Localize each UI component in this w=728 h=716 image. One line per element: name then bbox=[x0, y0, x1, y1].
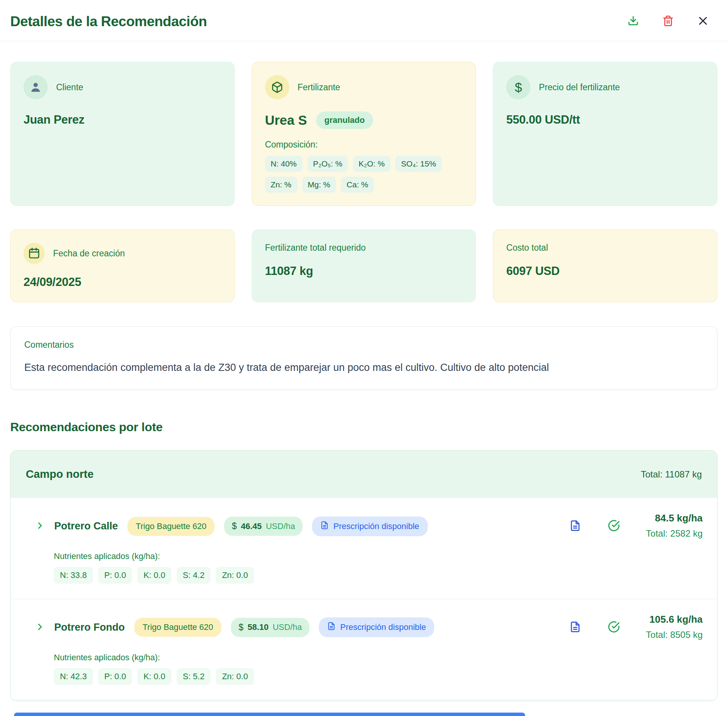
total-fertilizante-label: Fertilizante total requerido bbox=[265, 243, 463, 253]
check-circle-icon bbox=[608, 520, 620, 533]
lot-total: Total: 2582 kg bbox=[646, 527, 703, 540]
composition-chip: K₂O: % bbox=[353, 156, 391, 172]
mark-applied-button[interactable] bbox=[607, 520, 621, 533]
nutrient-chip: Zn: 0.0 bbox=[216, 668, 254, 685]
chevron-right-icon bbox=[35, 622, 44, 633]
mark-applied-button[interactable] bbox=[607, 620, 621, 634]
document-icon bbox=[570, 520, 581, 532]
package-icon bbox=[265, 75, 289, 99]
comments-text: Esta recomendación complementa a la de Z… bbox=[24, 361, 703, 374]
nutrient-chip: K: 0.0 bbox=[137, 668, 171, 685]
card-fecha: Fecha de creación 24/09/2025 bbox=[10, 229, 235, 302]
lot-row-potrero-calle: Potrero Calle Trigo Baguette 620 $ 46.45… bbox=[11, 498, 717, 599]
nutrient-chip: S: 5.2 bbox=[177, 668, 210, 685]
cliente-label: Cliente bbox=[56, 82, 83, 93]
composition-chip: Zn: % bbox=[265, 177, 297, 193]
field-total: Total: 11087 kg bbox=[641, 469, 702, 480]
close-button[interactable] bbox=[696, 14, 710, 28]
file-text-icon bbox=[320, 521, 329, 532]
crop-badge: Trigo Baguette 620 bbox=[134, 618, 221, 637]
view-prescription-button[interactable] bbox=[568, 620, 582, 634]
nutrient-chip: N: 42.3 bbox=[54, 668, 93, 685]
summary-cards: Cliente Juan Perez Fertilizante Urea S g… bbox=[0, 41, 728, 302]
calendar-icon bbox=[24, 243, 45, 264]
nutrient-chip: S: 4.2 bbox=[177, 567, 210, 584]
nutrient-chips: N: 42.3 P: 0.0 K: 0.0 S: 5.2 Zn: 0.0 bbox=[54, 668, 703, 685]
total-fertilizante-value: 11087 kg bbox=[265, 264, 463, 278]
costo-total-label: Costo total bbox=[506, 243, 704, 253]
fertilizante-name: Urea S bbox=[265, 113, 307, 128]
field-group-header: Campo norte Total: 11087 kg bbox=[11, 451, 717, 498]
fecha-value: 24/09/2025 bbox=[24, 275, 221, 289]
prescription-badge: Prescripción disponible bbox=[319, 617, 434, 637]
clipped-bottom-element bbox=[14, 713, 525, 716]
field-group-campo-norte: Campo norte Total: 11087 kg Potrero Call… bbox=[10, 450, 717, 700]
header-actions bbox=[626, 14, 715, 28]
lot-rate: 105.6 kg/ha bbox=[646, 614, 703, 625]
field-name: Campo norte bbox=[26, 468, 94, 480]
crop-badge: Trigo Baguette 620 bbox=[127, 517, 215, 536]
dollar-icon: $ bbox=[506, 75, 530, 99]
download-icon bbox=[628, 15, 639, 28]
card-precio: $ Precio del fertilizante 550.00 USD/tt bbox=[493, 62, 717, 206]
modal-header: Detalles de la Recomendación bbox=[0, 0, 728, 41]
download-button[interactable] bbox=[626, 14, 640, 28]
fertilizante-form-badge: granulado bbox=[316, 111, 373, 129]
fertilizante-label: Fertilizante bbox=[298, 82, 340, 93]
page-title: Detalles de la Recomendación bbox=[10, 14, 207, 30]
trash-icon bbox=[662, 15, 674, 28]
comments-box: Comentarios Esta recomendación complemen… bbox=[10, 327, 717, 390]
check-circle-icon bbox=[608, 621, 620, 634]
card-cliente: Cliente Juan Perez bbox=[10, 62, 235, 206]
expand-lot-button[interactable] bbox=[35, 521, 45, 531]
price-badge: $ 58.10 USD/ha bbox=[231, 618, 309, 637]
nutrient-chip: P: 0.0 bbox=[98, 567, 132, 584]
nutrient-chip: N: 33.8 bbox=[54, 567, 93, 584]
file-text-icon bbox=[327, 622, 336, 633]
comments-label: Comentarios bbox=[24, 340, 703, 350]
lot-values: 84.5 kg/ha Total: 2582 kg bbox=[646, 512, 703, 540]
nutrient-chip: K: 0.0 bbox=[137, 567, 171, 584]
composition-chip: SO₄: 15% bbox=[395, 156, 442, 172]
document-icon bbox=[570, 621, 581, 634]
card-fertilizante: Fertilizante Urea S granulado Composició… bbox=[252, 62, 476, 206]
lot-name: Potrero Calle bbox=[54, 520, 118, 532]
lot-row-potrero-fondo: Potrero Fondo Trigo Baguette 620 $ 58.10… bbox=[11, 599, 717, 700]
precio-value: 550.00 USD/tt bbox=[506, 113, 704, 127]
nutrient-chip: P: 0.0 bbox=[98, 668, 132, 685]
lot-rate: 84.5 kg/ha bbox=[646, 512, 703, 524]
composition-label: Composición: bbox=[265, 140, 463, 150]
composition-chip: Mg: % bbox=[302, 177, 336, 193]
close-icon bbox=[697, 15, 709, 28]
card-costo-total: Costo total 6097 USD bbox=[493, 229, 717, 302]
dollar-icon: $ bbox=[238, 622, 243, 633]
nutrient-chips: N: 33.8 P: 0.0 K: 0.0 S: 4.2 Zn: 0.0 bbox=[54, 567, 703, 584]
lot-total: Total: 8505 kg bbox=[646, 628, 703, 641]
fecha-label: Fecha de creación bbox=[53, 248, 125, 259]
prescription-badge: Prescripción disponible bbox=[312, 517, 427, 536]
nutrients-label: Nutrientes aplicados (kg/ha): bbox=[54, 551, 703, 561]
dollar-icon: $ bbox=[232, 521, 237, 531]
nutrient-chip: Zn: 0.0 bbox=[216, 567, 254, 584]
composition-chip: P₂O₅: % bbox=[308, 156, 348, 172]
precio-label: Precio del fertilizante bbox=[539, 82, 620, 93]
composition-chips: N: 40% P₂O₅: % K₂O: % SO₄: 15% Zn: % Mg:… bbox=[265, 156, 463, 193]
lot-values: 105.6 kg/ha Total: 8505 kg bbox=[646, 614, 703, 641]
cliente-value: Juan Perez bbox=[24, 113, 221, 127]
delete-button[interactable] bbox=[661, 14, 675, 28]
price-badge: $ 46.45 USD/ha bbox=[224, 517, 303, 536]
view-prescription-button[interactable] bbox=[568, 520, 582, 533]
costo-total-value: 6097 USD bbox=[506, 264, 704, 278]
card-total-fertilizante: Fertilizante total requerido 11087 kg bbox=[252, 229, 476, 302]
client-icon bbox=[24, 75, 48, 99]
expand-lot-button[interactable] bbox=[35, 622, 45, 632]
composition-chip: Ca: % bbox=[341, 177, 374, 193]
lot-name: Potrero Fondo bbox=[54, 622, 125, 633]
composition-chip: N: 40% bbox=[265, 156, 303, 172]
nutrients-label: Nutrientes aplicados (kg/ha): bbox=[54, 653, 703, 663]
chevron-right-icon bbox=[35, 521, 44, 531]
lots-section-title: Recomendaciones por lote bbox=[10, 420, 717, 434]
